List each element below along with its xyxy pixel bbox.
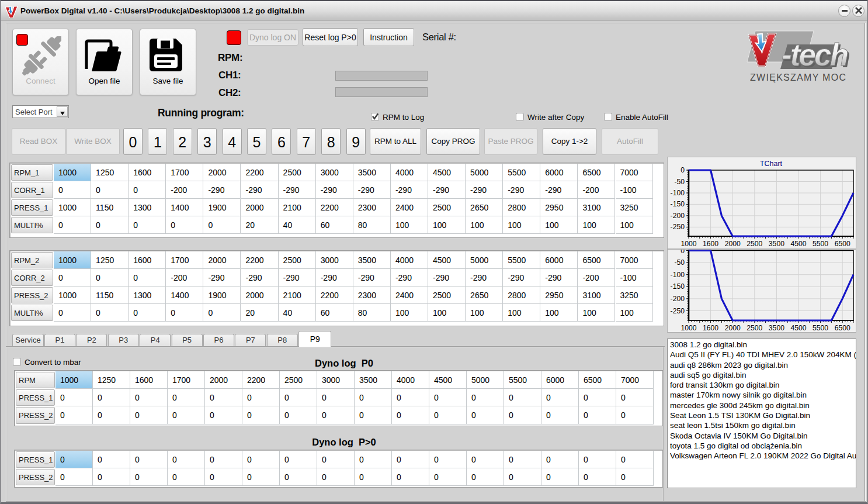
svg-text:6500: 6500 (835, 324, 850, 332)
svg-text:1600: 1600 (703, 324, 718, 332)
svg-text:0: 0 (680, 250, 685, 255)
svg-text:1600: 1600 (703, 240, 718, 248)
svg-text:2000: 2000 (725, 324, 741, 332)
svg-text:-100: -100 (671, 189, 685, 197)
svg-text:2500: 2500 (747, 324, 762, 332)
svg-text:-100: -100 (671, 271, 685, 279)
svg-text:-200: -200 (671, 295, 685, 303)
svg-text:5500: 5500 (813, 324, 828, 332)
svg-text:-250: -250 (671, 223, 685, 231)
svg-text:5500: 5500 (813, 240, 828, 248)
svg-text:3500: 3500 (769, 324, 784, 332)
svg-text:4500: 4500 (790, 324, 806, 332)
svg-text:1000: 1000 (680, 324, 696, 332)
svg-text:0: 0 (680, 166, 685, 174)
svg-text:-150: -150 (671, 200, 685, 208)
svg-text:-150: -150 (671, 282, 685, 291)
svg-text:3500: 3500 (769, 240, 784, 248)
svg-text:6500: 6500 (835, 240, 850, 248)
svg-text:2000: 2000 (725, 240, 741, 248)
svg-text:-tech: -tech (782, 37, 848, 72)
svg-text:-200: -200 (671, 212, 685, 220)
svg-text:ZWIĘKSZAMY MOC: ZWIĘKSZAMY MOC (750, 73, 847, 82)
svg-text:TChart: TChart (760, 160, 783, 168)
svg-text:-250: -250 (671, 307, 685, 315)
svg-text:-50: -50 (674, 258, 685, 267)
svg-text:1000: 1000 (680, 240, 696, 248)
svg-text:2500: 2500 (747, 240, 762, 248)
svg-text:-50: -50 (674, 178, 685, 186)
svg-text:4500: 4500 (790, 240, 806, 248)
